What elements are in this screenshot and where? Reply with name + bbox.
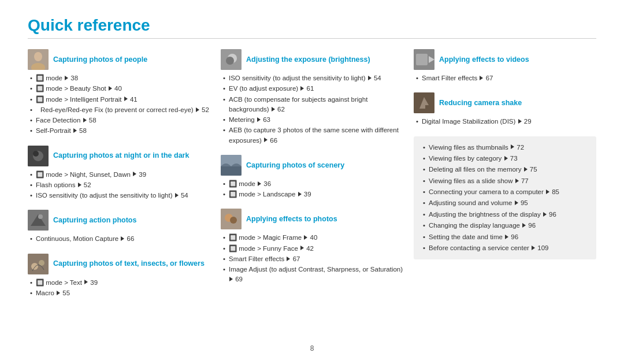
mode-icon: 🔲 (229, 180, 237, 187)
arrow-icon (532, 246, 535, 250)
section-text: Capturing photos of text, insects, or fl… (28, 254, 210, 299)
svg-point-7 (38, 214, 43, 219)
arrow-icon (121, 236, 124, 241)
svg-point-9 (31, 263, 38, 270)
column-3: Applying effects to videos Smart Filter … (414, 49, 596, 340)
svg-rect-20 (416, 54, 428, 65)
list-item: Digital Image Stabilization (DIS) 29 (416, 117, 596, 127)
night-icon (28, 146, 49, 166)
list-item: Self-Portrait 58 (30, 126, 210, 136)
arrow-icon (83, 118, 87, 122)
section-scenery-title: Capturing photos of scenery (246, 161, 344, 170)
arrow-icon (298, 192, 302, 196)
section-exposure: Adjusting the exposure (brightness) ISO … (221, 49, 403, 146)
list-item: Adjusting sound and volume 95 (423, 198, 589, 208)
arrow-icon (304, 235, 307, 240)
arrow-icon (57, 291, 60, 295)
section-exposure-header: Adjusting the exposure (brightness) (221, 49, 403, 70)
svg-rect-8 (28, 254, 49, 274)
list-item: Metering 63 (223, 115, 403, 125)
list-item: Before contacting a service center 109 (423, 243, 589, 253)
list-item: ACB (to compensate for subjects against … (223, 95, 403, 115)
list-item: Flash options 52 (30, 180, 210, 190)
list-item: Smart Filter effects 67 (416, 73, 596, 83)
column-2: Adjusting the exposure (brightness) ISO … (221, 49, 414, 340)
arrow-icon (505, 235, 508, 239)
arrow-icon (515, 200, 518, 205)
people-icon (28, 49, 49, 70)
list-item: Adjusting the brightness of the display … (423, 209, 589, 220)
list-item: Changing the display language 96 (423, 220, 589, 231)
list-item: 🔲 mode > Text 39 (30, 278, 210, 288)
arrow-icon (229, 277, 233, 281)
list-item: Image Adjust (to adjust Contrast, Sharpn… (223, 265, 403, 285)
svg-rect-15 (221, 166, 242, 176)
section-scenery: Capturing photos of scenery 🔲 mode 36 🔲 … (221, 155, 403, 200)
mode-icon: 🔲 (229, 234, 237, 241)
arrow-icon (480, 76, 483, 80)
section-action-title: Capturing action photos (53, 216, 136, 225)
arrow-icon (518, 119, 522, 124)
mode-icon: 🔲 (36, 96, 44, 103)
arrow-icon (109, 86, 112, 91)
section-effects-photo-items: 🔲 mode > Magic Frame 40 🔲 mode > Funny F… (221, 233, 403, 284)
arrow-icon (78, 183, 81, 187)
arrow-icon (65, 76, 68, 80)
arrow-icon (287, 257, 290, 261)
list-item: Connecting your camera to a computer 85 (423, 187, 589, 197)
arrow-icon (543, 212, 547, 217)
section-action: Capturing action photos Continuous, Moti… (28, 210, 210, 244)
section-effects-photo-title: Applying effects to photos (246, 214, 337, 224)
arrow-icon (257, 117, 261, 122)
list-item: Setting the date and time 96 (423, 232, 589, 242)
list-item: Continuous, Motion Capture 66 (30, 234, 210, 244)
list-item: 🔲 mode > Funny Face 42 (223, 244, 403, 254)
section-people-header: Capturing photos of people (28, 49, 210, 70)
list-item: EV (to adjust exposure) 61 (223, 84, 403, 94)
mode-icon: 🔲 (36, 85, 44, 92)
list-item: AEB (to capture 3 photos of the same sce… (223, 125, 403, 146)
section-night: Capturing photos at night or in the dark… (28, 146, 210, 201)
list-item: Face Detection 58 (30, 116, 210, 125)
arrow-icon (124, 96, 128, 101)
list-item: 🔲 mode > Night, Sunset, Dawn 39 (30, 170, 210, 180)
svg-point-1 (34, 52, 42, 61)
column-1: Capturing photos of people 🔲 mode 38 🔲 m… (28, 49, 221, 340)
section-night-header: Capturing photos at night or in the dark (28, 146, 210, 166)
arrow-icon (524, 167, 528, 172)
list-item: 🔲 mode 38 (30, 73, 210, 83)
section-people: Capturing photos of people 🔲 mode 38 🔲 m… (28, 49, 210, 136)
section-scenery-items: 🔲 mode 36 🔲 mode > Landscape 39 (221, 179, 403, 200)
columns: Capturing photos of people 🔲 mode 38 🔲 m… (28, 49, 596, 340)
arrow-icon (546, 190, 549, 194)
section-action-items: Continuous, Motion Capture 66 (28, 234, 210, 244)
section-shake-title: Reducing camera shake (439, 98, 522, 107)
svg-point-18 (230, 217, 237, 224)
list-item: ISO sensitivity (to adjust the sensitivi… (223, 73, 403, 83)
list-item: Viewing files by category 73 (423, 153, 589, 164)
section-exposure-title: Adjusting the exposure (brightness) (246, 55, 370, 64)
mode-icon: 🔲 (36, 75, 44, 81)
list-item: Viewing files as a slide show 77 (423, 176, 589, 186)
section-night-title: Capturing photos at night or in the dark (53, 151, 189, 160)
section-video: Applying effects to videos Smart Filter … (414, 49, 596, 83)
section-night-items: 🔲 mode > Night, Sunset, Dawn 39 Flash op… (28, 170, 210, 201)
video-icon (414, 49, 434, 70)
arrow-icon (272, 107, 275, 112)
list-item: Smart Filter effects 67 (223, 254, 403, 264)
list-item: Deleting all files on the memory 75 (423, 164, 589, 174)
arrow-icon (84, 280, 88, 284)
section-effects-photo-header: Applying effects to photos (221, 209, 403, 229)
mode-icon: 🔲 (229, 191, 237, 198)
section-video-header: Applying effects to videos (414, 49, 596, 70)
list-item: 🔲 mode > Beauty Shot 40 (30, 84, 210, 94)
section-shake-items: Digital Image Stabilization (DIS) 29 (414, 117, 596, 127)
arrow-icon (300, 246, 304, 250)
mode-icon: 🔲 (229, 245, 237, 252)
arrow-icon (264, 138, 268, 142)
page-number: 8 (28, 344, 596, 352)
arrow-icon (515, 179, 519, 183)
page-title: Quick reference (28, 16, 596, 35)
mode-icon: 🔲 (36, 171, 44, 178)
exposure-icon (221, 49, 242, 70)
